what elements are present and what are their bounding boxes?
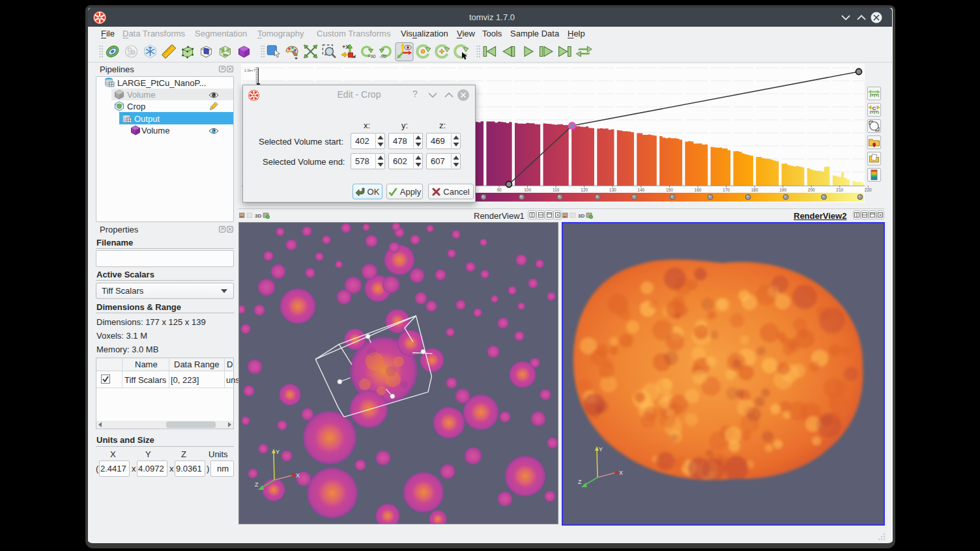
svg-text:C: C [872,106,876,111]
svg-text:150: 150 [666,188,673,192]
svg-text:140: 140 [637,188,644,192]
svg-text:170: 170 [723,188,730,192]
svg-text:Z: Z [578,479,582,485]
svg-text:160: 160 [695,188,702,192]
svg-text:210: 210 [836,188,843,192]
svg-text:X: X [296,472,300,479]
svg-text:180: 180 [751,188,758,192]
svg-text:3D: 3D [578,213,584,219]
svg-text:X: X [619,470,623,476]
svg-text:Y: Y [599,446,603,453]
svg-text:110: 110 [553,188,560,192]
svg-text:1.0e+7: 1.0e+7 [244,68,255,72]
svg-text:200: 200 [808,188,815,192]
svg-text:220: 220 [865,188,872,192]
svg-text:3D: 3D [255,213,261,219]
svg-text:100: 100 [524,188,531,192]
svg-text:190: 190 [779,188,786,192]
svg-text:Y: Y [276,449,280,455]
svg-text:120: 120 [581,188,588,192]
svg-text:-90: -90 [379,53,386,59]
svg-text:+90: +90 [368,53,376,59]
svg-text:90: 90 [497,188,502,192]
svg-text:Z: Z [255,481,259,488]
svg-text:130: 130 [609,188,616,192]
